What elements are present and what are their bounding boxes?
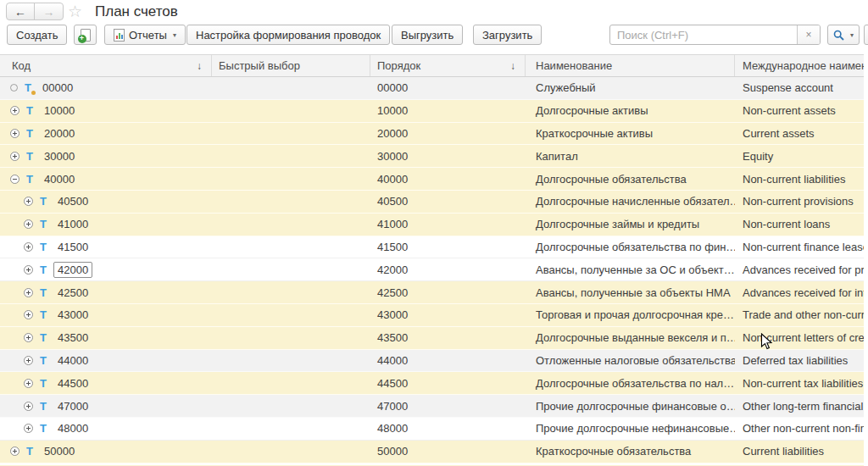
expand-plus-icon[interactable]	[24, 333, 33, 342]
account-icon: T	[38, 400, 48, 413]
predefined-dot-icon	[31, 91, 36, 95]
table-body: T0000000000СлужебныйSuspense accountT100…	[0, 77, 864, 463]
table-row[interactable]: T4350043500Долгосрочные выданные векселя…	[0, 327, 864, 350]
expand-plus-icon[interactable]	[24, 265, 33, 275]
account-icon: T	[38, 241, 48, 253]
order-cell: 50000	[370, 441, 526, 463]
order-cell: 42500	[370, 281, 526, 303]
table-row[interactable]: T4300043000Торговая и прочая долгосрочна…	[0, 304, 864, 327]
create-group-icon: +	[81, 29, 91, 42]
back-button[interactable]: ←	[7, 3, 35, 19]
table-row[interactable]: T4100041000Долгосрочные займы и кредитыN…	[0, 214, 864, 236]
code-value: 41000	[53, 216, 92, 232]
table-row[interactable]: T3000030000КапиталEquity	[0, 145, 864, 168]
posting-setup-button[interactable]: Настройка формирования проводок	[186, 25, 390, 45]
create-button[interactable]: Создать	[7, 25, 67, 45]
quick-select-cell	[212, 214, 370, 236]
favorite-star-icon[interactable]: ☆	[68, 2, 82, 22]
expand-plus-icon[interactable]	[24, 402, 33, 411]
column-header-2[interactable]: Порядок↓	[370, 55, 526, 76]
code-value: 41500	[53, 239, 92, 255]
expand-plus-icon[interactable]	[24, 242, 33, 252]
table-row[interactable]: T4700047000Прочие долгосрочные финансовы…	[0, 395, 864, 418]
expand-plus-icon[interactable]	[24, 424, 33, 433]
table-row[interactable]: T4400044000Отложенные налоговые обязател…	[0, 350, 864, 373]
search-button[interactable]: ▾	[827, 25, 860, 45]
quick-select-cell	[212, 258, 370, 280]
quick-select-cell	[212, 191, 370, 213]
account-icon: T	[38, 195, 48, 208]
table-row[interactable]: T5000050000Краткосрочные обязательстваCu…	[0, 441, 864, 463]
search-input[interactable]	[610, 25, 797, 44]
import-button[interactable]: Загрузить	[473, 25, 542, 45]
code-cell: T42500	[0, 281, 212, 303]
table-row[interactable]: T4200042000Авансы, полученные за ОС и об…	[0, 258, 864, 281]
column-header-label: Международное наименование	[743, 59, 864, 72]
order-cell: 40500	[370, 191, 526, 213]
column-header-1[interactable]: Быстрый выбор	[212, 55, 370, 76]
expand-plus-icon[interactable]	[24, 379, 33, 388]
order-cell: 48000	[370, 418, 526, 440]
account-icon: T	[25, 173, 35, 186]
table-row[interactable]: T2000020000Краткосрочные активыCurrent a…	[0, 123, 864, 146]
account-icon: T	[23, 81, 33, 94]
reports-icon	[114, 29, 125, 42]
name-cell: Капитал	[526, 145, 735, 167]
column-header-label: Порядок	[377, 59, 420, 72]
code-value: 42000	[53, 262, 92, 278]
create-group-button[interactable]: +	[74, 25, 97, 45]
table-row[interactable]: T4150041500Долгосрочные обязательства по…	[0, 236, 864, 259]
column-header-4[interactable]: Международное наименование	[735, 55, 864, 76]
expand-plus-icon[interactable]	[10, 152, 19, 161]
magnifier-icon	[833, 30, 844, 41]
table-row[interactable]: T1000010000Долгосрочные активыNon-curren…	[0, 100, 864, 123]
column-header-label: Быстрый выбор	[219, 59, 300, 72]
expand-plus-icon[interactable]	[24, 356, 33, 365]
name-cell: Прочие долгосрочные нефинансовые…	[526, 418, 735, 440]
code-cell: T40000	[0, 168, 212, 190]
table-row[interactable]: T4800048000Прочие долгосрочные нефинансо…	[0, 418, 864, 441]
table-row[interactable]: T4450044500Долгосрочные обязательства по…	[0, 372, 864, 395]
order-cell: 44000	[370, 350, 526, 372]
name-cell: Долгосрочные обязательства по нал…	[526, 372, 735, 394]
code-value: 40500	[53, 193, 92, 209]
reports-button[interactable]: Отчеты ▾	[104, 25, 186, 45]
order-cell: 43000	[370, 304, 526, 326]
nav-bar: ← → ☆ План счетов	[0, 0, 868, 24]
table-row[interactable]: T0000000000СлужебныйSuspense account	[0, 77, 864, 100]
quick-select-cell	[212, 327, 370, 349]
collapse-minus-icon[interactable]	[10, 175, 19, 184]
column-header-0[interactable]: Код↓	[0, 55, 212, 76]
quick-select-cell	[212, 372, 370, 394]
code-value: 42500	[53, 285, 92, 301]
name-cell: Долгосрочные активы	[526, 100, 735, 122]
forward-button[interactable]: →	[35, 3, 63, 19]
expand-plus-icon[interactable]	[24, 288, 33, 297]
expand-plus-icon[interactable]	[24, 197, 33, 206]
code-cell: T43000	[0, 304, 212, 326]
expand-plus-icon[interactable]	[24, 219, 33, 229]
create-button-label: Создать	[16, 29, 58, 42]
table-header: Код↓Быстрый выборПорядок↓НаименованиеМеж…	[0, 54, 864, 77]
expand-plus-icon[interactable]	[24, 310, 33, 319]
account-icon: T	[38, 286, 48, 299]
column-header-3[interactable]: Наименование	[526, 55, 735, 76]
intl-name-cell: Equity	[735, 145, 864, 167]
expand-plus-icon[interactable]	[10, 106, 19, 115]
export-button-label: Выгрузить	[401, 29, 453, 42]
table-row[interactable]: T4250042500Авансы, полученные за объекты…	[0, 281, 864, 304]
column-header-label: Код	[12, 59, 31, 72]
table-row[interactable]: T4050040500Долгосрочные начисленные обяз…	[0, 191, 864, 214]
forward-arrow-icon: →	[43, 5, 55, 19]
account-icon: T	[25, 150, 35, 163]
expand-plus-icon[interactable]	[10, 447, 19, 456]
code-cell: T44000	[0, 350, 212, 372]
name-cell: Служебный	[526, 77, 735, 99]
export-button[interactable]: Выгрузить	[392, 25, 463, 45]
table-row[interactable]: T4000040000Долгосрочные обязательстваNon…	[0, 168, 864, 191]
search-clear-button[interactable]: ×	[797, 25, 820, 44]
expand-plus-icon[interactable]	[10, 129, 19, 138]
code-cell: T30000	[0, 145, 212, 167]
more-button-partial[interactable]	[864, 25, 868, 45]
name-cell: Отложенные налоговые обязательства	[526, 350, 735, 372]
